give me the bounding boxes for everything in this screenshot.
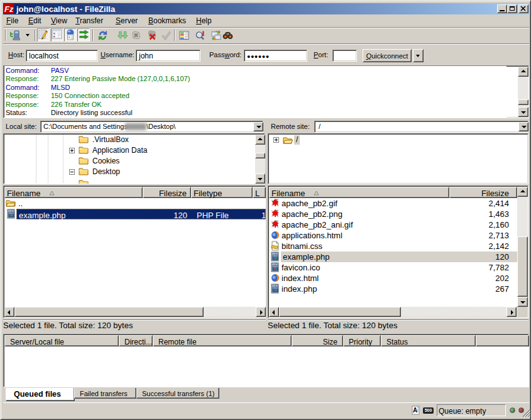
svg-text:A: A — [413, 407, 417, 414]
svg-text:Fz: Fz — [4, 4, 14, 14]
